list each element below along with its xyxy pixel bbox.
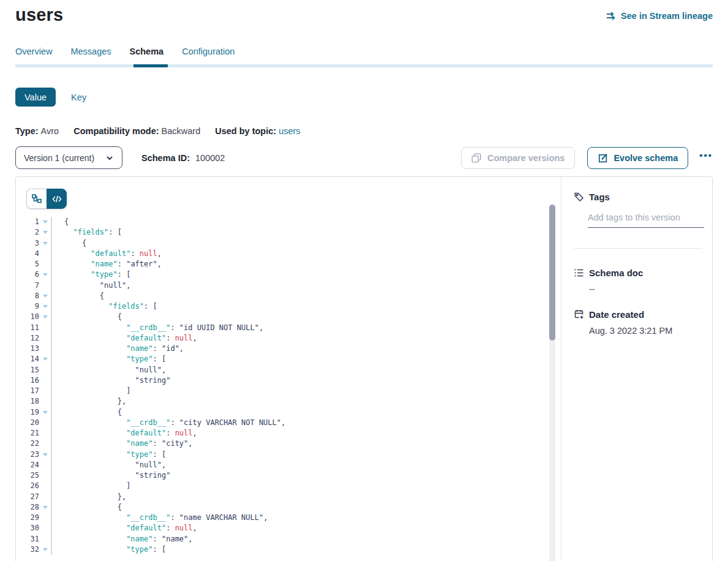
code-content: "name": "name", <box>52 534 193 544</box>
code-line: 16"string" <box>16 375 561 386</box>
line-number: 7 <box>16 280 39 291</box>
tab-configuration[interactable]: Configuration <box>182 47 235 64</box>
code-content: "__crdb__": "id UUID NOT NULL", <box>52 323 263 333</box>
compare-versions-button[interactable]: Compare versions <box>461 147 576 169</box>
code-line: 28{ <box>16 502 561 513</box>
tree-view-button[interactable] <box>26 189 47 209</box>
stream-lineage-icon <box>606 10 617 21</box>
more-actions-button[interactable]: ••• <box>699 151 713 165</box>
code-line: 29"__crdb__": "name VARCHAR NULL", <box>16 513 561 523</box>
code-content: { <box>52 217 69 227</box>
code-content: ] <box>52 481 130 491</box>
tab-messages[interactable]: Messages <box>70 47 111 64</box>
line-number: 15 <box>16 365 39 375</box>
collapse-spacer <box>39 344 52 354</box>
value-key-toggle: Value Key <box>15 88 713 107</box>
line-number: 14 <box>16 354 39 364</box>
collapse-spacer <box>39 534 52 544</box>
line-number: 11 <box>16 323 39 333</box>
collapse-arrow-icon[interactable] <box>39 502 52 513</box>
code-line: 21"default": null, <box>16 428 561 439</box>
collapse-arrow-icon[interactable] <box>39 217 52 227</box>
collapse-spacer <box>39 428 52 439</box>
schema-sidebar: Tags Schema doc -- <box>561 177 712 561</box>
collapse-arrow-icon[interactable] <box>39 227 52 238</box>
code-content: "type": [ <box>52 450 166 460</box>
code-content: "type": [ <box>52 269 130 280</box>
code-line: 10{ <box>16 312 561 322</box>
code-content: { <box>52 407 122 418</box>
code-line: 19{ <box>16 407 561 418</box>
line-number: 17 <box>16 386 39 396</box>
collapse-arrow-icon[interactable] <box>39 301 52 312</box>
schema-doc-value: -- <box>589 284 704 294</box>
collapse-arrow-icon[interactable] <box>39 354 52 364</box>
code-content: "name": "after", <box>52 259 162 269</box>
schema-page: users See in Stream lineage Overview Mes… <box>0 0 728 561</box>
collapse-arrow-icon[interactable] <box>39 291 52 301</box>
line-number: 31 <box>16 534 39 544</box>
tags-header: Tags <box>574 192 704 202</box>
editor-view-toggle <box>26 189 67 209</box>
date-created-title: Date created <box>589 309 644 320</box>
tab-bar: Overview Messages Schema Configuration <box>15 47 713 64</box>
date-created-value: Aug. 3 2022 3:21 PM <box>589 326 704 336</box>
line-number: 10 <box>16 312 39 322</box>
value-tab-button[interactable]: Value <box>15 88 56 107</box>
collapse-spacer <box>39 460 52 470</box>
code-line: 30"default": null, <box>16 523 561 533</box>
version-select[interactable]: Version 1 (current) <box>15 146 122 169</box>
code-line: 22"name": "city", <box>16 439 561 449</box>
code-content: "fields": [ <box>52 227 122 238</box>
key-tab-link[interactable]: Key <box>71 92 86 102</box>
collapse-arrow-icon[interactable] <box>39 269 52 280</box>
doc-list-icon <box>574 268 584 278</box>
collapse-arrow-icon[interactable] <box>39 450 52 460</box>
code-content: { <box>52 291 104 301</box>
schema-id-label: Schema ID: <box>141 153 190 163</box>
code-content: "default": null, <box>52 333 197 344</box>
version-selected-value: Version 1 (current) <box>24 153 94 163</box>
schema-id-value: 100002 <box>195 153 225 163</box>
code-line: 9"fields": [ <box>16 301 561 312</box>
see-in-stream-lineage-link[interactable]: See in Stream lineage <box>606 10 713 21</box>
add-tags-input[interactable] <box>588 213 704 228</box>
tab-schema[interactable]: Schema <box>130 47 164 64</box>
code-line: 7"null", <box>16 280 561 291</box>
compare-versions-icon <box>471 152 482 163</box>
code-content: "default": null, <box>52 428 197 439</box>
code-content: "default": null, <box>52 523 197 533</box>
collapse-arrow-icon[interactable] <box>39 544 52 555</box>
collapse-spacer <box>39 492 52 502</box>
code-line: 18}, <box>16 396 561 407</box>
editor-scrollbar-thumb[interactable] <box>549 205 555 341</box>
code-line: 12"default": null, <box>16 333 561 344</box>
line-number: 12 <box>16 333 39 344</box>
schema-type: Type: Avro <box>15 126 59 136</box>
line-number: 24 <box>16 460 39 470</box>
tab-overview[interactable]: Overview <box>15 47 52 64</box>
topic-link[interactable]: users <box>279 126 300 136</box>
code-content: "name": "id", <box>52 344 184 354</box>
collapse-spacer <box>39 396 52 407</box>
evolve-schema-button[interactable]: Evolve schema <box>587 147 688 169</box>
code-line: 13"name": "id", <box>16 344 561 354</box>
compare-versions-label: Compare versions <box>487 153 565 163</box>
code-content: "__crdb__": "city VARCHAR NOT NULL", <box>52 418 285 428</box>
code-line: 17] <box>16 386 561 396</box>
line-number: 29 <box>16 513 39 523</box>
line-number: 16 <box>16 375 39 386</box>
code-line: 11"__crdb__": "id UUID NOT NULL", <box>16 323 561 333</box>
collapse-arrow-icon[interactable] <box>39 407 52 418</box>
line-number: 2 <box>16 227 39 238</box>
line-number: 1 <box>16 217 39 227</box>
editor-scrollbar-track[interactable] <box>549 205 555 561</box>
code-view-button[interactable] <box>47 189 67 209</box>
code-line: 4"default": null, <box>16 249 561 259</box>
collapse-arrow-icon[interactable] <box>39 238 52 249</box>
code-line: 23"type": [ <box>16 450 561 460</box>
code-content: "null", <box>52 460 166 470</box>
line-number: 22 <box>16 439 39 449</box>
collapse-arrow-icon[interactable] <box>39 312 52 322</box>
version-controls-row: Version 1 (current) Schema ID: 100002 Co… <box>15 146 713 169</box>
